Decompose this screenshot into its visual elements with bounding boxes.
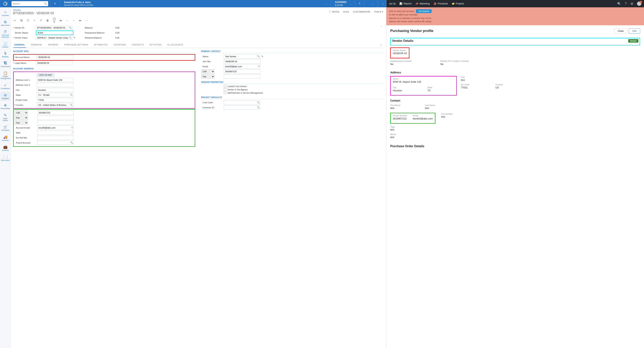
phone3-type-select[interactable]: Fax (14, 121, 28, 125)
search-input[interactable] (13, 3, 44, 5)
vendor-id-input[interactable] (36, 26, 72, 30)
account-email-input[interactable] (37, 126, 74, 130)
date-selector[interactable]: 11/15/2024 9:15 PM (333, 1, 348, 7)
clipboard-icon[interactable]: 📋▾ (52, 17, 56, 24)
edit-button[interactable]: Edit (629, 28, 640, 34)
view-on-map-button[interactable]: VIEW ON MAP (37, 73, 54, 77)
new-icon[interactable]: ＋ (33, 19, 36, 22)
sidebar-item-banking[interactable]: $Banking (0, 50, 10, 59)
sidebar-item-data-views[interactable]: ⧉Data Views (0, 19, 10, 28)
tab-payment[interactable]: PAYMENT (48, 42, 59, 48)
tab-locations[interactable]: LOCATIONS (113, 42, 127, 48)
phone1-input[interactable] (37, 111, 74, 115)
tab-general[interactable]: GENERAL (14, 42, 26, 48)
tab-gl-accounts[interactable]: GL ACCOUNTS (166, 42, 184, 48)
phone3-input[interactable] (37, 121, 74, 125)
tabs-overflow-icon[interactable]: » (379, 42, 383, 48)
contact-phone2-type[interactable]: Fax (201, 74, 214, 79)
prev-record-icon[interactable]: ‹ (66, 19, 69, 22)
web-input[interactable] (37, 131, 74, 135)
phone2-input[interactable] (37, 116, 74, 120)
tax-agency-checkbox[interactable]: Vendor Is Tax Agency (224, 88, 383, 91)
sidebar-item-receivables[interactable]: ⊕Receivables (0, 102, 10, 111)
tab-financial[interactable]: FINANCIAL (30, 42, 43, 48)
addr1-input[interactable] (37, 78, 73, 82)
phone1-type-select[interactable]: Cell (14, 111, 28, 115)
sidebar-item-project-mgmt[interactable]: 📋Project Management (0, 70, 10, 81)
more-icon[interactable]: ⋯ (85, 19, 88, 22)
parent-account-input[interactable] (37, 141, 74, 145)
nav-marketing[interactable]: 📣Marketing (416, 2, 430, 5)
extref-input[interactable] (37, 136, 74, 140)
refresh-icon[interactable]: ↻ (52, 0, 58, 7)
breadcrumb[interactable]: Vendors (13, 9, 383, 11)
collapse-header-icon[interactable]: ⌃ (380, 25, 383, 29)
postal-input[interactable] (37, 98, 73, 102)
contact-phone1-type[interactable]: Cell (201, 69, 214, 74)
sidebar-item-sales-orders[interactable]: ✎Sales Orders (0, 112, 10, 123)
contact-phone2-input[interactable] (224, 74, 260, 79)
vendor-class-input[interactable] (36, 36, 72, 40)
notes-link[interactable]: 📄 NOTES (328, 11, 339, 13)
sidebar-item-favorites[interactable]: ☆Favorites (0, 9, 10, 18)
help-icon[interactable]: ? (625, 2, 627, 6)
edit-contact-icon[interactable]: ✎ (262, 55, 264, 58)
sidebar-item-inventory[interactable]: 🚚Inventory (0, 134, 10, 143)
cost-code-input[interactable] (224, 100, 260, 105)
nav-pricebook[interactable]: 📕Pricebook (434, 2, 448, 5)
delete-icon[interactable]: 🗑 (46, 19, 49, 22)
legal-name-input[interactable] (36, 61, 72, 65)
nav-followup[interactable]: ow Up (389, 2, 396, 5)
search-icon[interactable]: 🔍 (617, 2, 621, 6)
first-record-icon[interactable]: ⏮ (59, 19, 62, 22)
state-input[interactable] (37, 93, 73, 97)
save-icon[interactable]: 🖫 (20, 19, 23, 22)
landed-cost-checkbox[interactable]: Landed Cost Vendor (224, 85, 383, 88)
tab-purchase-settings[interactable]: PURCHASE SETTINGS (64, 42, 89, 48)
undo-icon[interactable]: ↶ (39, 19, 43, 22)
nav-reports[interactable]: 📊Reports (400, 2, 412, 5)
sidebar-item-payables[interactable]: ⊖Payables (0, 92, 10, 101)
nav-projects[interactable]: 📁Projects (452, 2, 464, 5)
files-link[interactable]: FILES (343, 11, 349, 13)
global-search[interactable]: 🔍 (12, 1, 48, 6)
sidebar-item-construction[interactable]: 🏗Construction (0, 60, 10, 69)
tab-attributes[interactable]: ATTRIBUTES (93, 42, 108, 48)
sidebar-item-finance[interactable]: 🧾Finance (0, 41, 10, 49)
user-icon[interactable]: 👤⌄ (366, 0, 376, 7)
sidebar-item-purchases[interactable]: 🛒Purchases (0, 124, 10, 133)
sidebar-item-services[interactable]: 💼Services (0, 144, 10, 153)
contact-job-input[interactable] (224, 59, 260, 64)
tab-activities[interactable]: ACTIVITIES (149, 42, 162, 48)
last-record-icon[interactable]: ⏭ (78, 19, 82, 22)
close-button[interactable]: Close (614, 28, 628, 34)
contact-phone1-input[interactable] (224, 69, 260, 74)
get-started-button[interactable]: Get Started (416, 9, 432, 13)
account-name-input[interactable] (36, 55, 73, 59)
gear-icon[interactable]: ⚙ (630, 2, 633, 6)
help-icon[interactable]: ? (357, 0, 362, 7)
next-record-icon[interactable]: › (72, 19, 76, 22)
sidebar-item-time-expenses[interactable]: ⏱Time and Expenses (0, 29, 10, 39)
avatar[interactable]: 1 (637, 2, 641, 6)
saveclose-icon[interactable]: 🗋 (26, 19, 30, 22)
edit-class-icon[interactable]: ✎ (74, 37, 76, 39)
sidebar-item-compliance[interactable]: ✓Compliance (0, 82, 10, 91)
country-input[interactable] (37, 103, 73, 107)
back-icon[interactable]: ↩ (13, 19, 16, 22)
inventory-id-input[interactable] (224, 105, 260, 110)
city-input[interactable] (37, 88, 73, 92)
contact-email-input[interactable] (224, 64, 260, 69)
tab-contacts[interactable]: CONTACTS (131, 42, 144, 48)
sidebar-item-more[interactable]: ⋮⋮More Items (0, 154, 10, 163)
customization-link[interactable]: CUSTOMIZATION (353, 11, 370, 13)
staff-member-checkbox[interactable]: Staff Member in Service Management (224, 92, 383, 94)
phone2-type-select[interactable]: Fax (14, 116, 28, 120)
menu-icon[interactable]: ⋮ (380, 0, 386, 7)
vendor-status-input[interactable] (36, 31, 73, 35)
contact-name-input[interactable] (224, 54, 260, 59)
company-selector[interactable]: SweetLife Fruits & Jams SweetLife Head O… (62, 1, 329, 6)
app-logo[interactable] (0, 0, 11, 7)
tools-link[interactable]: TOOLS ▾ (374, 11, 383, 13)
addr2-input[interactable] (37, 83, 73, 87)
